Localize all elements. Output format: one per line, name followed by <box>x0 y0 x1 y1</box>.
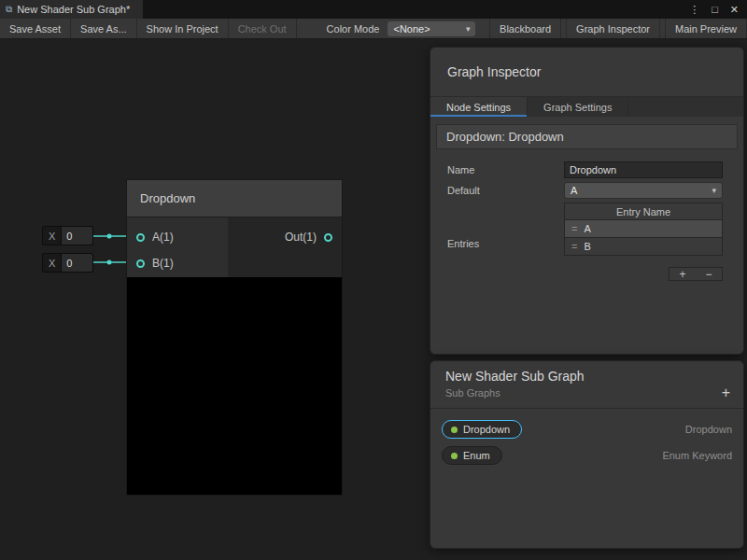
inspector-title: Graph Inspector <box>447 64 541 79</box>
edge-connector-dot-a <box>107 234 112 239</box>
default-dropdown[interactable]: A ▾ <box>564 182 723 199</box>
drag-handle-icon[interactable]: = <box>571 241 577 252</box>
output-port-out[interactable] <box>324 233 332 242</box>
graph-inspector-toggle-button[interactable]: Graph Inspector <box>566 19 660 38</box>
inspector-tabs: Node Settings Graph Settings <box>430 96 743 117</box>
blackboard-subtitle: Sub Graphs <box>445 387 728 399</box>
graph-inspector-panel: Graph Inspector Node Settings Graph Sett… <box>430 47 744 355</box>
save-as-button[interactable]: Save As... <box>71 19 137 38</box>
drag-handle-icon[interactable]: = <box>571 223 577 234</box>
titlebar: ⧉ New Shader Sub Graph* ⋮ □ ✕ <box>0 0 747 19</box>
save-asset-button[interactable]: Save Asset <box>0 19 71 38</box>
property-pill-enum[interactable]: Enum <box>442 446 502 465</box>
window-menu-icon[interactable]: ⋮ <box>689 4 699 16</box>
window-controls: ⋮ □ ✕ <box>689 0 747 19</box>
toolbar-right-group: Blackboard Graph Inspector Main Preview <box>485 19 747 38</box>
entries-label: Entries <box>447 203 564 281</box>
color-mode-dropdown[interactable]: <None> ▾ <box>388 21 475 36</box>
chevron-down-icon: ▾ <box>712 186 716 195</box>
node-input-slots: A(1) B(1) <box>127 217 228 277</box>
node-preview <box>127 277 342 495</box>
inspector-header: Graph Inspector <box>430 48 743 96</box>
main-preview-toggle-button[interactable]: Main Preview <box>665 19 747 38</box>
entry-value: A <box>584 223 590 234</box>
entry-value: B <box>584 241 590 252</box>
window-close-icon[interactable]: ✕ <box>730 4 739 16</box>
entries-footer: + − <box>564 256 723 281</box>
shader-graph-icon: ⧉ <box>6 4 12 15</box>
node-title-bar[interactable]: Dropdown <box>127 180 342 217</box>
property-type: Dropdown <box>685 424 732 435</box>
slot-out: Out(1) <box>228 224 342 250</box>
window-maximize-icon[interactable]: □ <box>712 4 718 15</box>
tab-node-settings[interactable]: Node Settings <box>430 97 528 117</box>
port-label-a: A(1) <box>152 231 174 244</box>
slot-a: A(1) <box>127 224 228 250</box>
x-component-label: X <box>43 254 61 272</box>
blackboard-header: New Shader Sub Graph Sub Graphs + <box>430 361 743 409</box>
node-settings-section-header: Dropdown: Dropdown <box>436 124 738 149</box>
value-field-a[interactable]: 0 <box>61 227 92 245</box>
x-component-label: X <box>43 227 61 245</box>
port-label-out: Out(1) <box>285 231 317 244</box>
property-name: Dropdown <box>463 424 510 435</box>
property-pill-dropdown[interactable]: Dropdown <box>442 420 522 439</box>
tab-graph-settings[interactable]: Graph Settings <box>528 97 628 117</box>
document-tab[interactable]: ⧉ New Shader Sub Graph* <box>0 0 143 19</box>
remove-entry-button[interactable]: − <box>701 269 715 280</box>
exposed-dot-icon <box>451 427 458 433</box>
node-body: A(1) B(1) Out(1) <box>127 217 342 277</box>
entry-row-a[interactable]: = A <box>564 220 723 238</box>
edge-connector-dot-b <box>107 260 112 265</box>
blackboard-body: Dropdown Dropdown Enum Enum Keyword <box>430 409 743 476</box>
blackboard-title: New Shader Sub Graph <box>445 369 728 384</box>
tab-title: New Shader Sub Graph* <box>17 4 130 15</box>
blackboard-item-dropdown: Dropdown Dropdown <box>442 416 732 442</box>
entry-row-b[interactable]: = B <box>564 238 723 256</box>
color-mode-label: Color Mode <box>327 23 380 35</box>
value-field-b[interactable]: 0 <box>61 254 92 272</box>
toolbar: Save Asset Save As... Show In Project Ch… <box>0 19 747 39</box>
blackboard-item-enum: Enum Enum Keyword <box>442 442 732 469</box>
node-title: Dropdown <box>140 191 195 205</box>
color-mode-value: <None> <box>393 23 430 35</box>
name-property-row: Name <box>447 161 723 178</box>
chevron-down-icon: ▾ <box>466 24 471 34</box>
entries-list: Entry Name = A = B + − <box>564 203 723 281</box>
property-name: Enum <box>463 450 490 461</box>
inspector-body: Dropdown: Dropdown Name Default A ▾ Entr… <box>430 117 743 288</box>
default-label: Default <box>447 185 564 196</box>
port-label-b: B(1) <box>152 257 174 270</box>
exposed-dot-icon <box>451 453 458 459</box>
input-widget-b: X 0 <box>42 253 93 273</box>
add-entry-button[interactable]: + <box>675 269 689 280</box>
dropdown-node[interactable]: Dropdown A(1) B(1) Out(1) <box>126 179 343 496</box>
input-port-a[interactable] <box>136 233 145 242</box>
name-label: Name <box>447 164 564 175</box>
input-widget-a: X 0 <box>42 226 93 245</box>
property-type: Enum Keyword <box>662 450 732 461</box>
entries-column-header: Entry Name <box>564 203 723 220</box>
default-property-row: Default A ▾ <box>447 182 723 199</box>
default-dropdown-value: A <box>571 185 577 196</box>
unity-shader-graph-window: ⧉ New Shader Sub Graph* ⋮ □ ✕ Save Asset… <box>0 0 747 560</box>
node-output-slots: Out(1) <box>228 217 342 277</box>
show-in-project-button[interactable]: Show In Project <box>137 19 229 38</box>
slot-b: B(1) <box>127 250 228 276</box>
entries-property-row: Entries Entry Name = A = B + − <box>447 203 723 281</box>
blackboard-toggle-button[interactable]: Blackboard <box>489 19 561 38</box>
input-port-b[interactable] <box>136 259 145 268</box>
blackboard-panel: New Shader Sub Graph Sub Graphs + Dropdo… <box>430 360 744 549</box>
name-input[interactable] <box>564 161 723 178</box>
check-out-button: Check Out <box>229 19 297 38</box>
add-property-button[interactable]: + <box>722 385 730 400</box>
